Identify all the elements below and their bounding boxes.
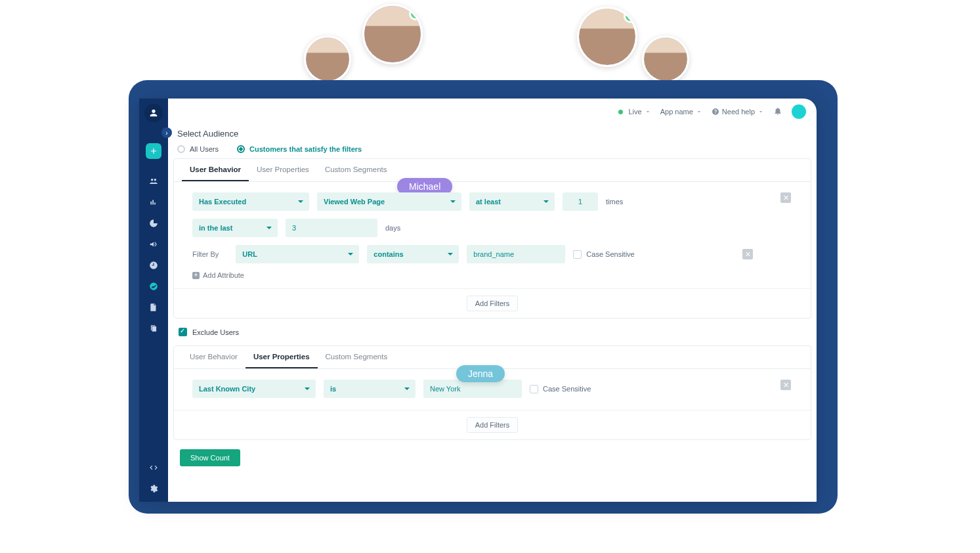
sidebar-item-file[interactable] — [146, 299, 161, 315]
sidebar-item-settings[interactable] — [146, 481, 161, 497]
quantifier-select[interactable]: at least — [469, 192, 555, 211]
live-status-dropdown[interactable]: Live — [618, 108, 651, 116]
radio-filtered-users[interactable]: Customers that satisfy the filters — [237, 145, 362, 153]
notifications-icon[interactable] — [773, 106, 782, 117]
property-operator-select[interactable]: is — [324, 380, 415, 398]
tab2-user-properties[interactable]: User Properties — [245, 346, 318, 368]
add-filters-button-2[interactable]: Add Filters — [467, 417, 519, 433]
radio-all-users[interactable]: All Users — [177, 145, 219, 153]
sidebar-item-clock[interactable] — [146, 257, 161, 273]
tab-user-behavior[interactable]: User Behavior — [182, 159, 249, 181]
range-select[interactable]: in the last — [192, 219, 278, 237]
has-executed-select[interactable]: Has Executed — [192, 192, 309, 211]
attribute-value-input[interactable] — [467, 245, 565, 263]
app-logo-icon — [144, 104, 163, 122]
property-value-input[interactable] — [423, 380, 522, 398]
filter-by-label: Filter By — [192, 250, 219, 258]
sidebar: › — [139, 99, 168, 502]
exclude-users-label: Exclude Users — [192, 328, 239, 336]
help-dropdown[interactable]: Need help — [712, 108, 764, 116]
tab-custom-segments[interactable]: Custom Segments — [317, 159, 395, 181]
show-count-button[interactable]: Show Count — [180, 449, 240, 466]
property-case-sensitive-checkbox[interactable] — [530, 385, 538, 393]
count-input[interactable] — [563, 192, 598, 211]
remove-attribute-icon[interactable]: ✕ — [742, 249, 753, 259]
range-value-input[interactable] — [286, 219, 377, 237]
days-label: days — [385, 224, 400, 232]
app-window: › Live App name Need help Select Audienc… — [139, 99, 817, 502]
operator-select[interactable]: contains — [367, 245, 459, 263]
page-title: Select Audience — [177, 129, 811, 139]
add-filters-button[interactable]: Add Filters — [467, 296, 519, 311]
sidebar-item-copy[interactable] — [146, 321, 161, 336]
persona-chip-jenna: Jenna — [456, 365, 505, 382]
times-label: times — [606, 198, 623, 206]
attribute-select[interactable]: URL — [236, 245, 359, 263]
sidebar-item-pie[interactable] — [146, 215, 161, 231]
sidebar-item-megaphone[interactable] — [146, 236, 161, 252]
properties-panel: User Behavior User Properties Custom Seg… — [173, 345, 811, 440]
app-switcher-dropdown[interactable]: App name — [660, 108, 702, 116]
sidebar-item-analytics[interactable] — [146, 194, 161, 210]
add-attribute-button[interactable]: +Add Attribute — [192, 271, 792, 279]
sidebar-item-trends[interactable] — [146, 278, 161, 294]
sidebar-item-code[interactable] — [146, 460, 161, 476]
tab-user-properties[interactable]: User Properties — [249, 159, 317, 181]
behavior-panel: User Behavior User Properties Custom Seg… — [173, 158, 811, 319]
exclude-users-checkbox[interactable] — [179, 328, 187, 336]
tab2-custom-segments[interactable]: Custom Segments — [318, 346, 396, 368]
remove-property-filter-icon[interactable]: ✕ — [780, 380, 791, 390]
topbar: Live App name Need help — [168, 99, 817, 125]
event-select[interactable]: Viewed Web Page — [317, 192, 461, 211]
sidebar-item-add[interactable] — [146, 143, 161, 159]
remove-filter-icon[interactable]: ✕ — [780, 192, 791, 203]
case-sensitive-checkbox[interactable] — [573, 250, 582, 259]
tab2-user-behavior[interactable]: User Behavior — [182, 346, 245, 368]
property-select[interactable]: Last Known City — [192, 380, 316, 398]
avatar[interactable] — [792, 104, 806, 119]
sidebar-item-users[interactable] — [146, 173, 161, 189]
